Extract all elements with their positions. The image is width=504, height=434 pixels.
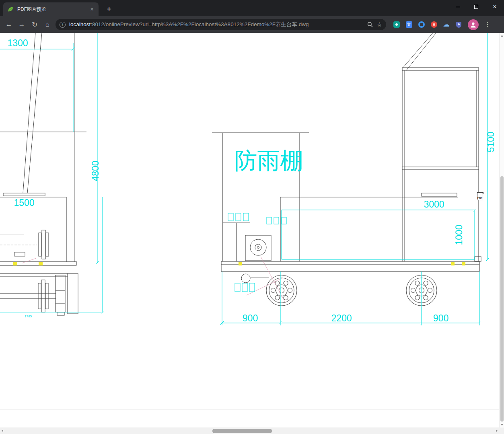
browser-menu-button[interactable]: ⋮ [482, 19, 493, 30]
url-host: localhost [69, 21, 91, 27]
dim-label-2200: 2200 [331, 313, 352, 323]
scroll-up-icon[interactable] [501, 35, 503, 37]
translate-icon: 文 [406, 21, 412, 28]
url-text[interactable]: localhost:8012/onlinePreview?url=http%3A… [69, 21, 363, 28]
pdf-download-icon[interactable]: PDF [477, 192, 484, 202]
horizontal-scrollbar[interactable] [0, 428, 499, 434]
page-divider [0, 409, 499, 409]
url-path: :8012/onlinePreview?url=http%3A%2F%2Floc… [91, 21, 309, 27]
extension-button-1[interactable] [390, 19, 403, 31]
reload-button[interactable]: ↻ [28, 18, 41, 31]
scroll-right-icon[interactable] [496, 430, 498, 432]
browser-titlebar: PDF图片预览 × + × [0, 0, 504, 16]
vertical-scrollbar[interactable] [499, 33, 504, 428]
extension-red-icon [431, 21, 437, 28]
scrollbar-corner [499, 428, 504, 434]
forward-button[interactable]: → [15, 18, 28, 31]
tab-close-icon[interactable]: × [88, 6, 95, 13]
deck-frame [221, 261, 479, 272]
browser-tab[interactable]: PDF图片预览 × [3, 2, 99, 16]
address-bar[interactable]: i localhost:8012/onlinePreview?url=http%… [56, 19, 386, 30]
close-icon: × [493, 4, 496, 10]
leader-lines [22, 257, 285, 302]
shield-icon [456, 22, 461, 28]
vertical-scrollbar-thumb[interactable] [500, 176, 504, 422]
minimize-button[interactable] [448, 0, 467, 14]
highlight-marks [13, 262, 465, 265]
back-icon: ← [6, 21, 12, 29]
zoom-icon[interactable] [367, 21, 373, 28]
maximize-icon [474, 5, 478, 9]
extension-button-2[interactable]: 文 [403, 19, 415, 31]
dim-label-1300: 1300 [7, 38, 28, 48]
extensions-area: 文 ☁ [390, 19, 465, 31]
extension-teal-icon [393, 21, 400, 28]
extension-ring-icon [418, 21, 425, 28]
extension-button-3[interactable] [415, 19, 428, 31]
wheel-left [266, 275, 297, 306]
dim-label-5100: 5100 [485, 132, 496, 152]
scroll-down-icon[interactable] [501, 424, 503, 426]
shelter-label: 防雨棚 [235, 148, 303, 173]
home-icon: ⌂ [45, 21, 49, 29]
new-tab-button[interactable]: + [103, 4, 115, 15]
dim-label-3000: 3000 [424, 199, 444, 210]
pdf-fold-corner [481, 192, 483, 194]
tab-title: PDF图片预览 [17, 6, 88, 13]
left-view [0, 33, 86, 315]
dim-label-900-front: 900 [243, 313, 258, 323]
cloud-icon: ☁ [443, 21, 450, 28]
close-button[interactable]: × [485, 0, 504, 14]
person-icon [470, 22, 476, 28]
dim-label-4800: 4800 [90, 160, 101, 181]
magnifier-glyph [367, 21, 373, 28]
cad-drawing: 1300 4800 1500 1785 防雨棚 3000 1000 5100 9… [0, 33, 499, 409]
home-button[interactable]: ⌂ [41, 18, 54, 31]
horizontal-scrollbar-thumb[interactable] [212, 429, 272, 433]
bookmark-star-icon[interactable]: ☆ [377, 21, 382, 28]
pdf-page-glyph: PDF [477, 192, 483, 200]
spring-leaf-favicon [7, 6, 14, 12]
forward-icon: → [19, 21, 25, 29]
extension-button-5[interactable]: ☁ [440, 19, 453, 31]
dim-label-1000: 1000 [454, 224, 464, 245]
pdf-label: PDF [477, 197, 483, 200]
profile-avatar[interactable] [468, 19, 479, 30]
dim-label-1500: 1500 [14, 197, 34, 208]
minimize-icon [456, 7, 460, 7]
window-controls: × [448, 0, 504, 14]
maximize-button[interactable] [467, 0, 485, 14]
extension-button-6[interactable] [453, 19, 465, 31]
extension-button-4[interactable] [428, 19, 440, 31]
preview-page: 1300 4800 1500 1785 防雨棚 3000 1000 5100 9… [0, 33, 499, 428]
scroll-left-icon[interactable] [2, 430, 3, 432]
browser-toolbar: ← → ↻ ⌂ i localhost:8012/onlinePreview?u… [0, 16, 504, 33]
rear-frame [402, 33, 479, 261]
back-button[interactable]: ← [2, 18, 15, 31]
info-icon[interactable]: i [60, 22, 66, 28]
reload-icon: ↻ [32, 21, 37, 29]
dim-label-1785: 1785 [25, 315, 32, 318]
dim-label-900-rear: 900 [433, 313, 448, 323]
